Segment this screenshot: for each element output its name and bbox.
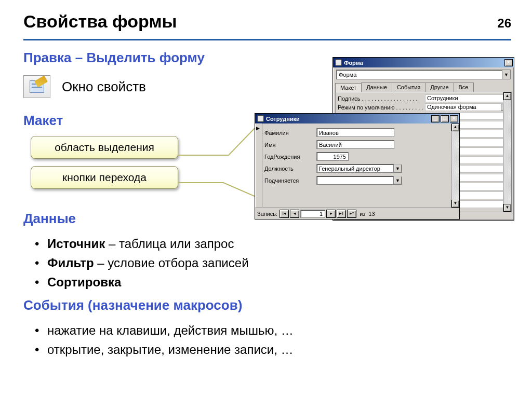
object-selector-combo[interactable]: Форма ▼	[336, 70, 511, 79]
scroll-down-icon[interactable]: ▼	[503, 204, 511, 212]
tabs: Макет Данные События Другие Все	[333, 83, 514, 92]
scroll-down-icon[interactable]: ▼	[451, 200, 459, 208]
nav-current-record[interactable]: 1	[300, 210, 325, 218]
nav-next-button[interactable]: ▸	[326, 210, 336, 218]
close-button[interactable]: ✕	[504, 59, 513, 66]
field-row: Фамилия Иванов	[264, 127, 449, 139]
form-window: Сотрудники _ □ ✕ Фамилия Иванов Имя Вас	[255, 113, 460, 219]
section-events-head: События (назначение макросов)	[23, 297, 511, 313]
field-row: ГодРождения 1975	[264, 150, 449, 162]
tab-data[interactable]: Данные	[361, 83, 392, 92]
properties-window-label: Окно свойств	[62, 79, 146, 95]
events-list: нажатие на клавиши, действия мышью, … от…	[35, 321, 511, 359]
firstname-input[interactable]: Василий	[316, 140, 394, 149]
scroll-up-icon[interactable]: ▲	[451, 123, 459, 131]
titlebar[interactable]: Форма ✕	[333, 58, 514, 67]
combo-value: Форма	[337, 72, 502, 78]
reports-to-combo[interactable]: ▼	[316, 176, 402, 185]
nav-total-records: 13	[368, 211, 375, 217]
record-navigator: Запись: I◂ ◂ 1 ▸ ▸I ▸* из 13	[255, 208, 459, 219]
callout-selection-area: область выделения	[31, 136, 178, 159]
tab-layout[interactable]: Макет	[335, 83, 362, 92]
field-label: Подчиняется	[264, 177, 312, 184]
nav-label: Запись:	[257, 211, 277, 217]
nav-first-button[interactable]: I◂	[280, 210, 289, 218]
field-label: Имя	[264, 142, 312, 148]
list-item: открытие, закрытие, изменение записи, …	[35, 340, 511, 359]
nav-new-button[interactable]: ▸*	[347, 210, 356, 218]
record-selector[interactable]	[255, 123, 262, 207]
field-row: Подчиняется ▼	[264, 174, 449, 186]
nav-of-label: из	[360, 211, 365, 217]
window-title: Сотрудники	[266, 116, 429, 122]
scrollbar-vertical[interactable]: ▲ ▼	[451, 123, 459, 208]
nav-prev-button[interactable]: ◂	[290, 210, 299, 218]
field-label: Фамилия	[264, 130, 312, 136]
tab-all[interactable]: Все	[454, 83, 474, 92]
field-row: Должность Генеральный директор ▼	[264, 162, 449, 174]
field-row: Имя Василий	[264, 139, 449, 150]
field-label: ГодРождения	[264, 154, 312, 160]
property-row: Режим по умолчанию . . . . . . . . . Оди…	[337, 103, 510, 112]
tab-other[interactable]: Другие	[425, 83, 454, 92]
close-button[interactable]: ✕	[450, 115, 458, 122]
scroll-up-icon[interactable]: ▲	[503, 92, 511, 100]
window-icon	[257, 115, 264, 122]
titlebar[interactable]: Сотрудники _ □ ✕	[255, 114, 459, 123]
property-value[interactable]: Сотрудники	[425, 94, 510, 102]
page-number: 26	[497, 16, 511, 31]
list-item: Источник – таблица или запрос	[35, 234, 511, 253]
maximize-button[interactable]: □	[441, 115, 449, 122]
window-title: Форма	[344, 60, 502, 66]
list-item: нажатие на клавиши, действия мышью, …	[35, 321, 511, 340]
callout-nav-buttons: кнопки перехода	[31, 166, 178, 189]
property-value[interactable]: Одиночная форма▼	[425, 103, 510, 111]
slide-title: Свойства формы	[23, 11, 177, 32]
properties-window-icon	[23, 75, 50, 98]
nav-last-button[interactable]: ▸I	[337, 210, 346, 218]
window-icon	[335, 59, 342, 66]
lastname-input[interactable]: Иванов	[316, 128, 394, 137]
position-combo[interactable]: Генеральный директор ▼	[316, 164, 402, 173]
list-item: Фильтр – условие отбора записей	[35, 253, 511, 272]
chevron-down-icon[interactable]: ▼	[394, 176, 402, 185]
scrollbar-vertical[interactable]: ▲ ▼	[503, 92, 511, 212]
birthyear-input[interactable]: 1975	[316, 152, 349, 161]
property-row: Подпись . . . . . . . . . . . . . . . . …	[337, 94, 510, 103]
divider	[23, 39, 511, 40]
tab-events[interactable]: События	[392, 83, 425, 92]
field-label: Должность	[264, 166, 312, 172]
list-item: Сортировка	[35, 272, 511, 292]
data-list: Источник – таблица или запрос Фильтр – у…	[35, 234, 511, 292]
chevron-down-icon[interactable]: ▼	[502, 70, 510, 79]
minimize-button[interactable]: _	[431, 115, 440, 122]
chevron-down-icon[interactable]: ▼	[394, 164, 402, 173]
